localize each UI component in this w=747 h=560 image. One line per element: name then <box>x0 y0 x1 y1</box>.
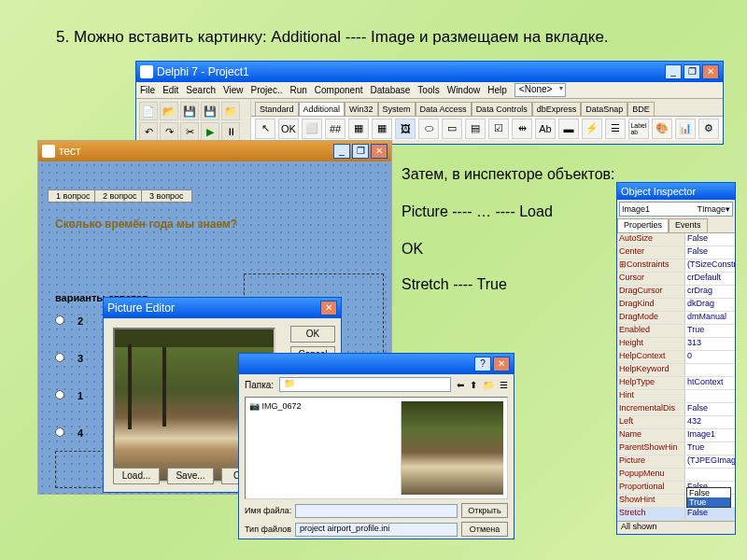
prop-name[interactable]: Proportional <box>617 482 685 494</box>
prop-value[interactable]: False <box>685 246 735 259</box>
maximize-button[interactable]: ❐ <box>684 64 700 79</box>
colorbox-icon[interactable]: 🎨 <box>652 119 672 139</box>
redo-icon[interactable]: ↷ <box>160 122 178 141</box>
prop-name[interactable]: AutoSize <box>617 233 685 245</box>
chevron-down-icon[interactable]: ▾ <box>726 204 730 214</box>
menu-run[interactable]: Run <box>289 85 306 95</box>
opendlg-close[interactable]: ✕ <box>493 357 510 371</box>
back-icon[interactable]: ⬅ <box>457 380 464 390</box>
speedbtn-icon[interactable]: ⬜ <box>302 119 322 139</box>
option-1[interactable]: 2 <box>55 315 83 327</box>
tab-properties[interactable]: Properties <box>617 218 669 232</box>
shape-icon[interactable]: ⬭ <box>418 119 439 139</box>
prop-name[interactable]: Left <box>617 416 685 428</box>
oi-object-combo[interactable]: Image1 TImage ▾ <box>619 202 733 217</box>
viewmenu-icon[interactable]: ☰ <box>500 380 508 390</box>
openproj-icon[interactable]: 📁 <box>221 102 240 120</box>
ok-button[interactable]: OK <box>290 326 335 343</box>
prop-value[interactable]: (TSizeConstrain <box>685 259 735 272</box>
saveall-icon[interactable]: 💾 <box>201 102 219 120</box>
form-titlebar[interactable]: тест _ ❐ ✕ <box>38 141 391 161</box>
tab-datasnap[interactable]: DataSnap <box>581 102 627 116</box>
new-icon[interactable]: 📄 <box>139 102 158 120</box>
dropdown-true[interactable]: True <box>687 497 730 507</box>
tab-bde[interactable]: BDE <box>627 102 655 116</box>
prop-name[interactable]: DragCursor <box>617 286 685 298</box>
prop-name[interactable]: Cursor <box>617 273 685 285</box>
prop-value[interactable]: 0 <box>685 351 735 363</box>
prop-value[interactable]: 313 <box>685 338 735 350</box>
prop-value[interactable]: crDrag <box>685 286 735 298</box>
appevents-icon[interactable]: ⚡ <box>582 119 602 139</box>
filename-combo[interactable] <box>295 504 458 518</box>
drawgrid-icon[interactable]: ▦ <box>372 119 392 139</box>
labelededit-icon[interactable]: Labelab <box>628 119 649 139</box>
prop-name[interactable]: Picture <box>617 455 685 468</box>
save-button[interactable]: Save... <box>167 468 214 484</box>
prop-name[interactable]: Center <box>617 246 685 259</box>
form-close[interactable]: ✕ <box>371 144 388 159</box>
prop-name[interactable]: HelpContext <box>617 351 685 363</box>
prop-value[interactable]: False <box>685 233 735 245</box>
opendlg-titlebar[interactable]: ? ✕ <box>239 354 514 374</box>
prop-name[interactable]: DragMode <box>617 312 685 324</box>
valuelisteditor-icon[interactable]: ☰ <box>605 119 626 139</box>
scrollbox-icon[interactable]: ▤ <box>465 119 486 139</box>
option-4[interactable]: 4 <box>55 427 83 439</box>
statictext-icon[interactable]: Ab <box>535 119 556 139</box>
prop-name[interactable]: Name <box>617 429 685 441</box>
prop-name[interactable]: HelpType <box>617 377 685 389</box>
prop-value[interactable]: True <box>685 442 735 455</box>
file-list[interactable]: 📷 IMG_0672 <box>246 398 397 498</box>
prop-name[interactable]: Enabled <box>617 325 685 337</box>
prop-value[interactable]: dkDrag <box>685 299 735 311</box>
menu-view[interactable]: View <box>223 85 244 95</box>
actionmgr-icon[interactable]: ⚙ <box>698 119 719 139</box>
menu-edit[interactable]: Edit <box>162 85 178 95</box>
prop-value[interactable]: crDefault <box>685 273 735 285</box>
prop-name[interactable]: HelpKeyword <box>617 364 685 376</box>
radio-icon[interactable] <box>55 353 64 362</box>
prop-name[interactable]: Stretch <box>617 508 685 520</box>
form-minimize[interactable]: _ <box>333 144 350 159</box>
run-icon[interactable]: ▶ <box>201 122 219 141</box>
bevel-icon[interactable]: ▭ <box>442 119 462 139</box>
controlbar-icon[interactable]: ▬ <box>558 119 579 139</box>
radio-icon[interactable] <box>55 427 64 437</box>
prop-value[interactable]: False <box>685 403 735 415</box>
menu-database[interactable]: Database <box>371 85 411 95</box>
prop-name[interactable]: ShowHint <box>617 495 685 507</box>
tab-q1[interactable]: 1 вопрос <box>48 189 99 203</box>
radio-icon[interactable] <box>55 390 64 399</box>
cancel-open-button[interactable]: Отмена <box>461 522 508 537</box>
menu-component[interactable]: Component <box>315 85 363 95</box>
pause-icon[interactable]: ⏸ <box>221 122 240 141</box>
opendlg-help[interactable]: ? <box>474 357 491 371</box>
prop-value[interactable]: True <box>685 325 735 337</box>
tab-additional[interactable]: Additional <box>299 102 345 116</box>
tab-dbexpress[interactable]: dbExpress <box>532 102 582 116</box>
tab-q2[interactable]: 2 вопрос <box>94 189 146 203</box>
property-grid[interactable]: AutoSizeFalseCenterFalse⊞Constraints(TSi… <box>617 233 735 523</box>
menu-file[interactable]: File <box>140 85 155 95</box>
menu-window[interactable]: Window <box>447 85 481 95</box>
up-icon[interactable]: ⬆ <box>470 380 477 390</box>
minimize-button[interactable]: _ <box>665 64 682 79</box>
option-2[interactable]: 3 <box>55 353 83 364</box>
tab-standard[interactable]: Standard <box>255 102 299 116</box>
checklist-icon[interactable]: ☑ <box>488 119 509 139</box>
stringgrid-icon[interactable]: ▦ <box>348 119 369 139</box>
save-icon[interactable]: 💾 <box>180 102 199 120</box>
picedit-titlebar[interactable]: Picture Editor ✕ <box>104 298 341 318</box>
stretch-dropdown[interactable]: False True <box>686 487 731 508</box>
close-button[interactable]: ✕ <box>702 64 719 79</box>
form-maximize[interactable]: ❐ <box>352 144 369 159</box>
prop-value[interactable] <box>685 364 735 376</box>
prop-value[interactable]: (TJPEGImage) <box>685 455 735 468</box>
prop-value[interactable] <box>685 469 735 481</box>
tab-q3[interactable]: 3 вопрос <box>141 189 192 203</box>
bitbtn-icon[interactable]: OK <box>278 119 299 139</box>
load-button[interactable]: Load... <box>113 468 160 484</box>
menu-search[interactable]: Search <box>186 85 216 95</box>
prop-value[interactable]: htContext <box>685 377 735 389</box>
